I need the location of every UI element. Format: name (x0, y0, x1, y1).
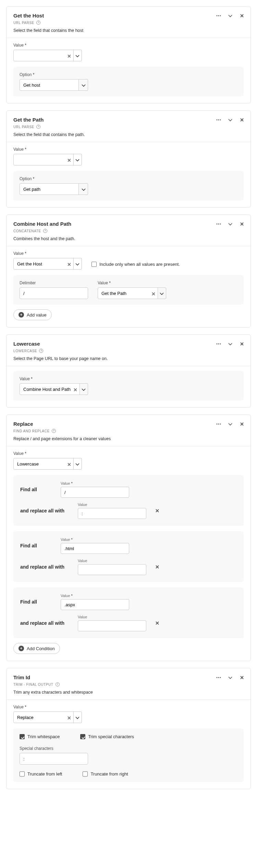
find-input[interactable] (61, 599, 129, 610)
replace-input[interactable] (78, 620, 146, 631)
checkbox-checked-icon[interactable] (80, 734, 85, 739)
collapse-icon[interactable] (227, 220, 234, 228)
card-description: Select the field that contains the path. (13, 132, 244, 137)
find-input[interactable] (61, 543, 129, 554)
option-combobox[interactable] (20, 79, 88, 91)
clear-icon[interactable] (65, 711, 72, 723)
find-value-label: Value (61, 594, 129, 598)
card-subtitle: FIND AND REPLACE (13, 429, 50, 433)
help-icon[interactable]: ? (43, 229, 47, 233)
value-label: Value (13, 43, 244, 48)
chevron-down-icon[interactable] (73, 50, 82, 61)
close-icon[interactable] (238, 674, 246, 681)
collapse-icon[interactable] (227, 340, 234, 348)
close-icon[interactable] (238, 420, 246, 428)
replace-with-label: and replace all with (20, 620, 72, 626)
chevron-down-icon[interactable] (73, 711, 82, 723)
clear-icon[interactable] (65, 258, 72, 270)
collapse-icon[interactable] (227, 116, 234, 124)
checkbox-checked-icon[interactable] (20, 734, 25, 739)
close-icon[interactable] (238, 220, 246, 228)
more-icon[interactable] (215, 116, 222, 124)
clear-icon[interactable] (65, 154, 72, 165)
delimiter-label: Delimiter (20, 281, 88, 285)
trim-special-checkbox[interactable]: Trim special characters (80, 734, 134, 739)
include-label: Include only when all values are present… (99, 262, 180, 267)
replace-input[interactable] (78, 564, 146, 575)
card-lowercase: Lowercase LOWERCASE ? Select the Page UR… (6, 334, 251, 408)
card-header: Lowercase LOWERCASE ? Select the Page UR… (7, 335, 250, 366)
more-icon[interactable] (215, 12, 222, 20)
delimiter-input[interactable] (20, 287, 88, 299)
value2-combobox[interactable] (98, 287, 166, 299)
card-subtitle: TRIM - FINAL OUTPUT (13, 683, 53, 686)
collapse-icon[interactable] (227, 12, 234, 20)
chevron-down-icon[interactable] (73, 458, 82, 470)
replace-with-label: and replace all with (20, 564, 72, 570)
chevron-down-icon[interactable] (157, 287, 166, 299)
collapse-icon[interactable] (227, 674, 234, 681)
clear-icon[interactable] (65, 458, 72, 470)
help-icon[interactable]: ? (36, 21, 40, 25)
card-subtitle: URL PARSE (13, 21, 34, 25)
chevron-down-icon[interactable] (79, 383, 88, 395)
clear-icon[interactable] (149, 287, 157, 299)
card-description: Select the field that contains the host (13, 28, 244, 33)
help-icon[interactable]: ? (52, 429, 56, 433)
truncate-right-checkbox[interactable]: Truncate from right (83, 771, 128, 777)
value-combobox[interactable] (20, 383, 88, 395)
card-header: Get the Host URL PARSE ? Select the fiel… (7, 7, 250, 38)
find-value-label: Value (61, 537, 129, 542)
remove-rule-icon[interactable] (152, 562, 162, 572)
close-icon[interactable] (238, 12, 246, 20)
help-icon[interactable]: ? (36, 125, 40, 129)
truncate-left-checkbox[interactable]: Truncate from left (20, 771, 62, 777)
find-input[interactable] (61, 487, 129, 498)
add-condition-button[interactable]: + Add Condition (13, 643, 60, 654)
value-combobox[interactable] (13, 711, 82, 723)
replace-value-label: Value (78, 615, 146, 619)
close-icon[interactable] (238, 340, 246, 348)
value-combobox[interactable] (13, 50, 82, 61)
remove-rule-icon[interactable] (152, 506, 162, 516)
help-icon[interactable]: ? (39, 349, 43, 353)
checkbox-icon[interactable] (83, 771, 88, 777)
chevron-down-icon[interactable] (73, 154, 82, 165)
more-icon[interactable] (215, 220, 222, 228)
add-value-button[interactable]: + Add value (13, 309, 52, 320)
special-chars-label: Special characters (20, 746, 237, 751)
value-combobox[interactable] (13, 458, 82, 470)
chevron-down-icon[interactable] (79, 79, 88, 91)
card-subtitle: LOWERCASE (13, 349, 37, 353)
trim-whitespace-checkbox[interactable]: Trim whitespace (20, 734, 60, 739)
card-get-host: Get the Host URL PARSE ? Select the fiel… (6, 6, 251, 103)
replace-with-label: and replace all with (20, 508, 72, 513)
checkbox-icon[interactable] (91, 262, 97, 267)
checkbox-icon[interactable] (20, 771, 25, 777)
chevron-down-icon[interactable] (79, 183, 88, 195)
trim-special-label: Trim special characters (88, 734, 134, 739)
more-icon[interactable] (215, 420, 222, 428)
option-input[interactable] (20, 79, 79, 91)
include-checkbox-row[interactable]: Include only when all values are present… (91, 262, 180, 267)
value-combobox[interactable] (13, 258, 82, 270)
option-combobox[interactable] (20, 183, 88, 195)
clear-icon[interactable] (71, 383, 78, 395)
chevron-down-icon[interactable] (73, 258, 82, 270)
value-label: Value (13, 147, 244, 152)
card-header: Replace FIND AND REPLACE ? Replace / and… (7, 415, 250, 446)
help-icon[interactable]: ? (56, 682, 60, 686)
remove-rule-icon[interactable] (152, 618, 162, 628)
value-combobox[interactable] (13, 154, 82, 165)
collapse-icon[interactable] (227, 420, 234, 428)
more-icon[interactable] (215, 674, 222, 681)
replace-input[interactable] (78, 508, 146, 519)
card-title: Lowercase (13, 341, 244, 347)
more-icon[interactable] (215, 340, 222, 348)
truncate-left-label: Truncate from left (27, 771, 62, 777)
clear-icon[interactable] (65, 50, 72, 61)
option-input[interactable] (20, 183, 79, 195)
close-icon[interactable] (238, 116, 246, 124)
special-chars-input[interactable] (20, 753, 88, 765)
card-title: Get the Path (13, 117, 244, 123)
